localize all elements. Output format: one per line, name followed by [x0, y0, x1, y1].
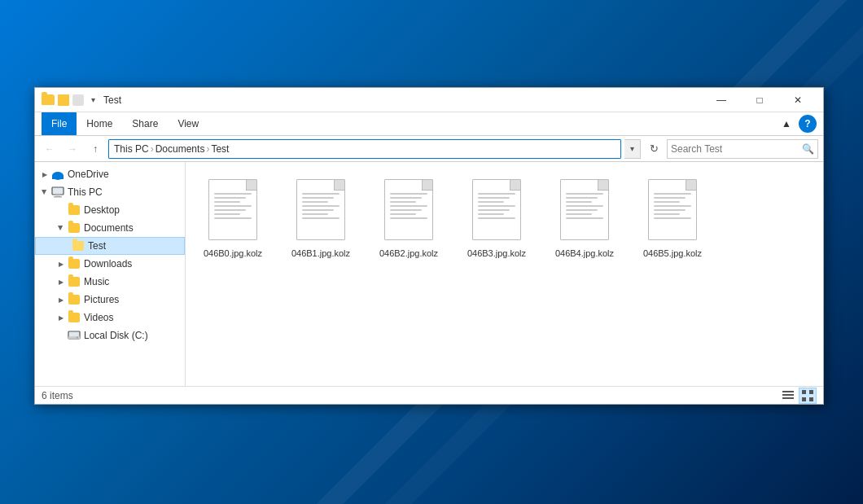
quick-access-btn1[interactable] — [58, 94, 69, 106]
file-icon-3 — [468, 175, 525, 244]
sidebar-item-test[interactable]: Test — [35, 237, 185, 255]
sidebar-item-desktop[interactable]: ▶ Desktop — [35, 201, 185, 219]
svg-rect-6 — [54, 196, 62, 198]
file-icon-1 — [292, 175, 349, 244]
expand-arrow-music: ▶ — [55, 275, 68, 288]
file-item-1[interactable]: 046B1.jpg.kolz — [280, 169, 361, 265]
view-icons-button[interactable] — [799, 388, 817, 404]
file-name-4: 046B4.jpg.kolz — [555, 248, 614, 259]
file-item-5[interactable]: 046B5.jpg.kolz — [632, 169, 713, 265]
quick-access-dropdown[interactable]: ▾ — [87, 94, 99, 106]
minimize-button[interactable]: — — [703, 88, 740, 112]
path-test[interactable]: Test — [211, 143, 229, 155]
file-area: 046B0.jpg.kolz046B1.jpg.kolz046B2.jpg.ko… — [186, 162, 823, 386]
maximize-button[interactable]: □ — [741, 88, 778, 112]
file-item-0[interactable]: 046B0.jpg.kolz — [192, 169, 274, 265]
folder-icon-desktop — [68, 204, 81, 217]
expand-arrow-downloads: ▶ — [55, 257, 68, 270]
tab-view[interactable]: View — [168, 112, 208, 135]
expand-arrow-documents: ▶ — [55, 221, 68, 234]
pc-icon — [51, 186, 64, 199]
sidebar-item-videos[interactable]: ▶ Videos — [35, 309, 185, 327]
svg-point-9 — [77, 336, 78, 338]
expand-arrow-onedrive: ▶ — [38, 168, 51, 181]
svg-rect-14 — [809, 390, 813, 394]
svg-rect-5 — [55, 195, 60, 196]
file-name-5: 046B5.jpg.kolz — [643, 248, 702, 259]
status-item-count: 6 items — [42, 390, 73, 401]
sidebar-label-documents: Documents — [84, 222, 134, 234]
main-content: ▶ OneDrive ▶ This PC ▶ Deskto — [35, 162, 823, 386]
forward-button[interactable]: → — [63, 139, 82, 159]
ribbon-tab-bar: File Home Share View ▲ ? — [35, 112, 823, 135]
title-bar-icons: ▾ — [42, 94, 99, 106]
sidebar-item-documents[interactable]: ▶ Documents — [35, 219, 185, 237]
file-name-1: 046B1.jpg.kolz — [291, 248, 350, 259]
folder-icon-videos — [68, 311, 81, 324]
up-button[interactable]: ↑ — [85, 139, 105, 159]
search-input[interactable] — [671, 143, 802, 155]
status-bar: 6 items — [35, 386, 823, 404]
sidebar-label-downloads: Downloads — [84, 258, 132, 270]
sidebar-item-pictures[interactable]: ▶ Pictures — [35, 291, 185, 309]
svg-rect-12 — [782, 397, 794, 399]
ribbon: File Home Share View ▲ ? — [35, 112, 823, 136]
svg-rect-3 — [52, 176, 64, 179]
file-icon-2 — [380, 175, 437, 244]
expand-arrow-videos: ▶ — [55, 311, 68, 324]
file-name-3: 046B3.jpg.kolz — [467, 248, 526, 259]
file-item-2[interactable]: 046B2.jpg.kolz — [368, 169, 449, 265]
sidebar-item-this-pc[interactable]: ▶ This PC — [35, 183, 185, 201]
folder-icon-pictures — [68, 293, 81, 306]
refresh-button[interactable]: ↻ — [644, 139, 664, 159]
view-list-button[interactable] — [779, 388, 797, 404]
svg-rect-16 — [809, 397, 813, 401]
explorer-window: ▾ Test — □ ✕ File Home Share View ▲ ? ← … — [34, 87, 824, 405]
help-button[interactable]: ? — [799, 115, 817, 133]
sidebar-label-local-disk: Local Disk (C:) — [84, 330, 148, 341]
file-icon-4 — [556, 175, 613, 244]
tab-file[interactable]: File — [42, 112, 77, 135]
cloud-icon — [51, 168, 64, 181]
view-toggle — [779, 388, 817, 404]
sidebar: ▶ OneDrive ▶ This PC ▶ Deskto — [35, 162, 186, 386]
path-this-pc[interactable]: This PC — [114, 143, 149, 155]
quick-access-btn2[interactable] — [72, 94, 84, 106]
svg-rect-4 — [52, 187, 64, 195]
file-item-3[interactable]: 046B3.jpg.kolz — [456, 169, 537, 265]
search-box: 🔍 — [667, 139, 818, 159]
sidebar-label-onedrive: OneDrive — [68, 169, 109, 180]
svg-rect-13 — [802, 390, 806, 394]
address-path[interactable]: This PC › Documents › Test — [108, 139, 621, 159]
sidebar-item-local-disk[interactable]: ▶ Local Disk (C:) — [35, 327, 185, 344]
address-bar: ← → ↑ This PC › Documents › Test ▾ ↻ 🔍 — [35, 136, 823, 162]
expand-arrow-this-pc: ▶ — [38, 186, 51, 199]
folder-icon-music — [68, 275, 81, 288]
folder-icon-test — [72, 239, 85, 252]
back-button[interactable]: ← — [40, 139, 59, 159]
title-folder-icon — [42, 94, 55, 105]
ribbon-collapse: ▲ ? — [778, 115, 817, 133]
address-dropdown-btn[interactable]: ▾ — [624, 139, 641, 159]
sidebar-label-music: Music — [84, 276, 109, 287]
drive-icon — [68, 329, 81, 342]
folder-icon-documents — [68, 221, 81, 234]
file-item-4[interactable]: 046B4.jpg.kolz — [544, 169, 625, 265]
tab-share[interactable]: Share — [122, 112, 168, 135]
file-name-2: 046B2.jpg.kolz — [379, 248, 438, 259]
sidebar-label-pictures: Pictures — [84, 294, 119, 305]
sidebar-item-onedrive[interactable]: ▶ OneDrive — [35, 165, 185, 183]
window-controls: — □ ✕ — [703, 88, 817, 112]
expand-arrow-pictures: ▶ — [55, 293, 68, 306]
file-name-0: 046B0.jpg.kolz — [204, 248, 262, 259]
sidebar-item-music[interactable]: ▶ Music — [35, 273, 185, 291]
path-documents[interactable]: Documents — [156, 143, 205, 155]
sidebar-item-downloads[interactable]: ▶ Downloads — [35, 255, 185, 273]
svg-rect-11 — [782, 394, 794, 396]
search-button[interactable]: 🔍 — [802, 143, 814, 155]
folder-icon-downloads — [68, 257, 81, 270]
tab-home[interactable]: Home — [77, 112, 122, 135]
close-button[interactable]: ✕ — [779, 88, 817, 112]
svg-rect-10 — [782, 391, 794, 392]
ribbon-collapse-btn[interactable]: ▲ — [778, 115, 795, 133]
